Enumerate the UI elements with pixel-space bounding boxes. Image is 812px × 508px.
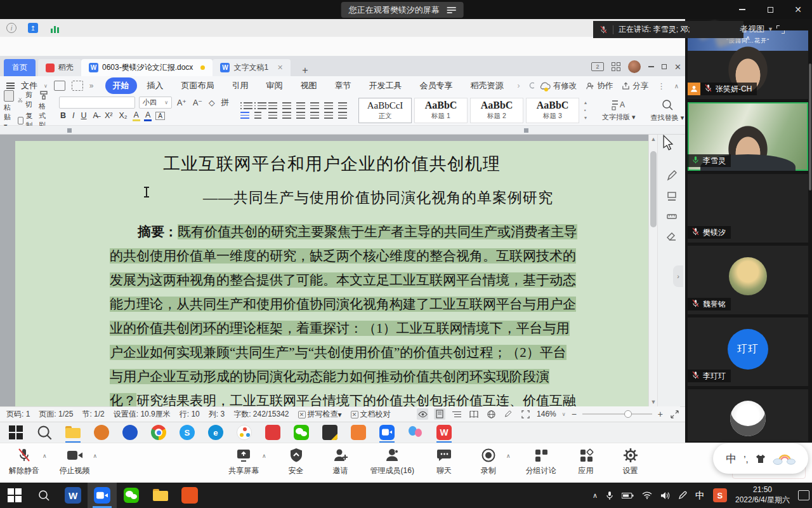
start-button[interactable] <box>0 483 29 508</box>
ime-language-indicator[interactable]: 中 <box>695 490 705 502</box>
superscript-button[interactable]: X² <box>103 111 114 120</box>
wps-close-button[interactable]: ✕ <box>674 62 681 72</box>
window-switch-icon[interactable]: 2 <box>591 62 604 71</box>
font-name-select[interactable] <box>59 97 135 109</box>
wechat-icon[interactable] <box>117 483 146 508</box>
participant-tile[interactable]: 玎玎李玎玎 <box>688 318 808 386</box>
zoom-in-button[interactable]: + <box>658 409 663 419</box>
tray-pen-icon[interactable] <box>678 491 687 500</box>
menu-9[interactable]: 会员专享 <box>412 77 461 94</box>
eraser-tool-icon[interactable] <box>666 231 678 243</box>
cloud-sync-status[interactable]: 有修改 <box>539 81 577 91</box>
wps-minimize-button[interactable] <box>648 66 654 67</box>
taskbar-clock[interactable]: 21:50 2022/6/4/星期六 <box>735 485 790 505</box>
more-options-icon[interactable]: ⋮ <box>657 81 665 91</box>
fullscreen-icon[interactable] <box>669 408 680 420</box>
menu-overflow-icon[interactable]: › <box>518 81 520 90</box>
hamburger-menu-icon[interactable] <box>6 83 15 89</box>
zoom-slider-thumb[interactable] <box>624 410 632 418</box>
tab-docer[interactable]: 稻壳 <box>38 59 81 76</box>
menu-2[interactable]: 插入 <box>140 77 171 94</box>
menu-3[interactable]: 页面布局 <box>174 77 222 94</box>
share-button[interactable]: 分享 <box>622 81 648 91</box>
chevron-up-icon[interactable]: ∧ <box>43 453 47 459</box>
show-marks-button[interactable] <box>338 102 347 109</box>
menu-4[interactable]: 引用 <box>225 77 256 94</box>
numbered-list-button[interactable] <box>258 102 266 109</box>
align-right-button[interactable] <box>268 112 277 119</box>
record-button[interactable]: 录制 <box>474 447 503 476</box>
shading-button[interactable] <box>324 112 333 119</box>
new-tab-button[interactable]: + <box>297 65 313 76</box>
fit-page-icon[interactable] <box>520 408 531 420</box>
blue-app-badge-icon[interactable]: ↥ <box>28 23 38 33</box>
grow-font-button[interactable]: A⁺ <box>176 98 188 107</box>
wps-restore-button[interactable] <box>662 64 667 69</box>
share-screen-button[interactable]: 共享屏幕 <box>228 447 259 476</box>
proofread-toggle[interactable]: ✕文档校对 <box>351 409 391 420</box>
word-icon[interactable]: W <box>58 483 88 508</box>
scrollbar-thumb[interactable] <box>650 151 657 227</box>
ime-status-popup[interactable]: 中 ’, <box>713 443 808 474</box>
office-app-icon[interactable] <box>350 424 367 441</box>
borders-button[interactable] <box>338 112 347 119</box>
action-center-icon[interactable] <box>798 490 809 500</box>
align-left-button[interactable] <box>240 112 249 119</box>
document-canvas[interactable]: 工业互联网平台和用户企业的价值共创机理 ——共同生产与使用价值协同演化视角的单案… <box>0 135 685 406</box>
menu-8[interactable]: 开发工具 <box>362 77 410 94</box>
cut-button[interactable]: 剪切 <box>18 90 35 109</box>
sogou-ime-icon[interactable]: S <box>713 488 727 502</box>
styles-scroll[interactable]: ▴▪▾ <box>584 100 587 121</box>
ime-mode-label[interactable]: 中 <box>726 451 737 466</box>
distribute-button[interactable] <box>296 112 305 119</box>
more-commands-icon[interactable]: » <box>89 81 94 90</box>
tab-wps-home[interactable]: 首页 <box>4 59 36 76</box>
collaborate-button[interactable]: 协作 <box>586 81 613 91</box>
menu-10[interactable]: 稻壳资源 <box>463 77 511 94</box>
file-explorer-icon[interactable] <box>146 483 175 508</box>
red-app-icon[interactable] <box>265 424 281 441</box>
menu-1[interactable]: 开始 <box>105 77 137 94</box>
chevron-up-icon[interactable]: ∧ <box>93 453 98 459</box>
mic-muted-button[interactable]: 解除静音 <box>9 447 39 476</box>
balloons-app-icon[interactable] <box>407 424 424 441</box>
font-color-button[interactable]: A <box>144 110 152 121</box>
underline-button[interactable]: U <box>80 111 88 120</box>
zoom-out-button[interactable]: − <box>572 409 577 419</box>
text-layout-tool[interactable]: A 文字排版 ▾ <box>597 99 641 122</box>
sort-button[interactable] <box>310 102 319 109</box>
participant-tile[interactable] <box>688 389 808 441</box>
ime-punct-label[interactable]: ’, <box>743 453 749 464</box>
character-border-button[interactable]: A <box>155 112 165 120</box>
banner-menu-icon[interactable] <box>447 7 456 13</box>
strikethrough-button[interactable]: A̶ <box>92 111 100 120</box>
outline-view-icon[interactable] <box>451 408 462 420</box>
collapse-ribbon-icon[interactable]: ∧ <box>674 83 679 90</box>
tab-document-1[interactable]: W0603-樊镁汐论文汇报.docx <box>81 59 213 76</box>
zoom-level[interactable]: 146% <box>537 410 556 418</box>
orange-search-app-icon[interactable] <box>93 424 110 441</box>
style-标题 2[interactable]: AaBbC标题 2 <box>470 98 523 123</box>
start-button[interactable] <box>8 424 24 441</box>
blue-app-icon[interactable] <box>122 424 138 441</box>
collapse-panel-icon[interactable]: › <box>673 265 683 287</box>
apps-button[interactable]: 应用 <box>572 447 601 476</box>
participant-tile[interactable]: 樊镁汐 <box>688 174 808 243</box>
colored-dots-app-icon[interactable] <box>236 424 252 441</box>
eye-protect-icon[interactable] <box>417 408 428 420</box>
indent-marker[interactable] <box>67 128 72 133</box>
search-icon[interactable] <box>36 424 53 441</box>
decrease-indent-button[interactable] <box>268 102 277 109</box>
file-explorer-icon[interactable] <box>65 424 81 441</box>
app-grid-icon[interactable] <box>612 62 620 71</box>
scroll-up-icon[interactable]: ▲ <box>649 136 658 142</box>
maximize-button[interactable] <box>756 0 784 19</box>
tencent-meeting-icon[interactable] <box>379 424 395 441</box>
menu-5[interactable]: 审阅 <box>259 77 291 94</box>
zoom-slider[interactable] <box>582 413 652 415</box>
info-icon[interactable]: i <box>6 23 16 33</box>
settings-button[interactable]: 设置 <box>616 447 645 476</box>
close-button[interactable]: ✕ <box>784 0 812 19</box>
web-layout-icon[interactable] <box>485 408 497 420</box>
highlight-color-button[interactable]: A <box>133 110 140 121</box>
